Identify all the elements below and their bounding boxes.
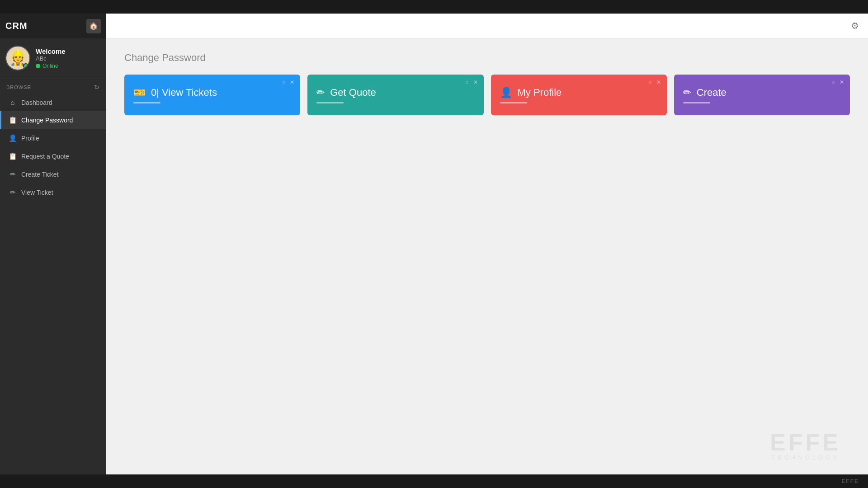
bottom-bar: EFFE	[0, 474, 868, 488]
sidebar-item-request-quote[interactable]: 📋 Request a Quote	[0, 147, 106, 165]
nav-list: ⌂ Dashboard 📋 Change Password 👤 Profile …	[0, 94, 106, 202]
card-controls-get-quote: ○ ✕	[464, 78, 479, 86]
user-status: Online	[36, 63, 66, 69]
card-controls-create: ○ ✕	[830, 78, 845, 86]
sidebar-item-view-ticket[interactable]: ✏ View Ticket	[0, 183, 106, 202]
card-underline	[683, 102, 710, 103]
main-content: ⚙ Change Password ○ ✕ 🎫 0| View Tickets	[106, 14, 868, 474]
card-controls-my-profile: ○ ✕	[647, 78, 662, 86]
status-label: Online	[42, 63, 58, 69]
view-ticket-icon: ✏	[9, 188, 17, 197]
card-minimize-btn[interactable]: ○	[647, 78, 653, 86]
browse-header: BROWSE ↻	[0, 78, 106, 94]
card-close-btn[interactable]: ✕	[655, 78, 662, 86]
card-content-create: ✏ Create	[683, 87, 726, 103]
card-my-profile[interactable]: ○ ✕ 👤 My Profile	[491, 75, 667, 115]
user-name: ABc	[36, 55, 66, 62]
card-close-btn[interactable]: ✕	[838, 78, 845, 86]
profile-card-icon: 👤	[500, 87, 512, 99]
change-password-icon: 📋	[9, 116, 17, 124]
card-content-view-tickets: 🎫 0| View Tickets	[133, 87, 217, 103]
card-title-view-tickets: 🎫 0| View Tickets	[133, 87, 217, 99]
status-dot	[36, 64, 40, 68]
sidebar-header: CRM 🏠	[0, 14, 106, 38]
card-close-btn[interactable]: ✕	[472, 78, 479, 86]
main-body: Change Password ○ ✕ 🎫 0| View Tickets	[106, 38, 868, 474]
create-card-icon: ✏	[683, 87, 691, 99]
bottom-brand-label: EFFE	[841, 478, 859, 484]
card-minimize-btn[interactable]: ○	[281, 78, 287, 86]
sidebar-item-label: Create Ticket	[21, 171, 58, 178]
card-controls-view-tickets: ○ ✕	[281, 78, 296, 86]
sidebar-item-label: Dashboard	[21, 99, 52, 106]
card-minimize-btn[interactable]: ○	[464, 78, 470, 86]
brand-logo: CRM	[5, 21, 28, 31]
page-title: Change Password	[124, 52, 850, 64]
sidebar: CRM 🏠 👷 Welcome ABc Online BROWSE ↻	[0, 14, 106, 474]
sidebar-item-label: View Ticket	[21, 189, 53, 196]
user-info: Welcome ABc Online	[36, 47, 66, 69]
main-topbar: ⚙	[106, 14, 868, 38]
card-view-tickets[interactable]: ○ ✕ 🎫 0| View Tickets	[124, 75, 300, 115]
brand-effe-text: EFFE	[770, 431, 841, 454]
card-underline	[500, 102, 527, 103]
online-badge	[23, 63, 28, 69]
sidebar-item-label: Request a Quote	[21, 153, 69, 160]
quote-icon: ✏	[316, 87, 325, 99]
user-section: 👷 Welcome ABc Online	[0, 38, 106, 78]
cards-row: ○ ✕ 🎫 0| View Tickets ○	[124, 75, 850, 115]
sidebar-item-change-password[interactable]: 📋 Change Password	[0, 111, 106, 129]
card-title-my-profile: 👤 My Profile	[500, 87, 562, 99]
avatar: 👷	[5, 46, 30, 70]
card-title-create: ✏ Create	[683, 87, 726, 99]
sidebar-item-create-ticket[interactable]: ✏ Create Ticket	[0, 165, 106, 183]
sidebar-item-profile[interactable]: 👤 Profile	[0, 129, 106, 147]
card-get-quote[interactable]: ○ ✕ ✏ Get Quote	[307, 75, 483, 115]
ticket-icon: 🎫	[133, 87, 146, 99]
card-underline	[133, 102, 160, 103]
sidebar-item-label: Profile	[21, 135, 39, 142]
card-create[interactable]: ○ ✕ ✏ Create	[674, 75, 850, 115]
brand-technology-text: TECHNOLOGY	[770, 454, 841, 461]
dashboard-icon: ⌂	[9, 99, 17, 106]
card-content-get-quote: ✏ Get Quote	[316, 87, 376, 103]
brand-watermark: EFFE TECHNOLOGY	[770, 431, 841, 461]
settings-button[interactable]: ⚙	[851, 20, 859, 31]
create-ticket-icon: ✏	[9, 170, 17, 178]
user-welcome-label: Welcome	[36, 47, 66, 55]
profile-icon: 👤	[9, 134, 17, 142]
card-minimize-btn[interactable]: ○	[830, 78, 836, 86]
sidebar-item-label: Change Password	[21, 117, 73, 124]
browse-label: BROWSE	[6, 84, 31, 90]
request-quote-icon: 📋	[9, 152, 17, 160]
sidebar-item-dashboard[interactable]: ⌂ Dashboard	[0, 94, 106, 111]
refresh-icon[interactable]: ↻	[94, 84, 100, 91]
card-close-btn[interactable]: ✕	[288, 78, 296, 86]
card-content-my-profile: 👤 My Profile	[500, 87, 562, 103]
home-button[interactable]: 🏠	[86, 19, 101, 33]
card-title-get-quote: ✏ Get Quote	[316, 87, 376, 99]
card-underline	[316, 102, 344, 103]
